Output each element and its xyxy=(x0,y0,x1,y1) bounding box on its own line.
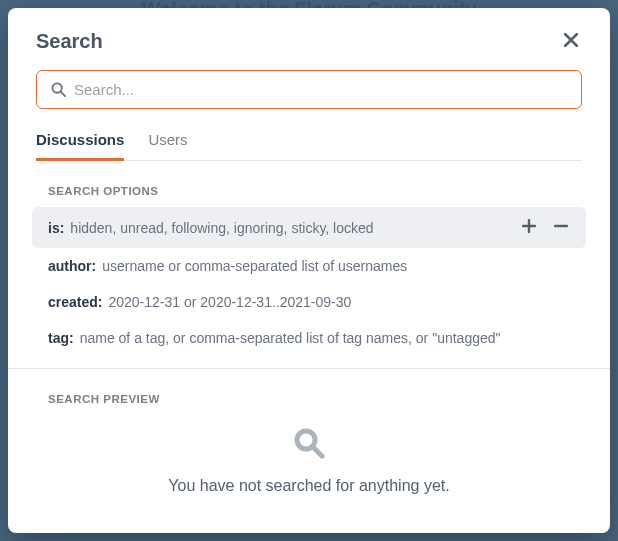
search-options-heading: SEARCH OPTIONS xyxy=(8,161,610,207)
plus-icon xyxy=(522,218,536,237)
option-key: is: xyxy=(48,220,64,236)
preview-empty-icon-wrap xyxy=(8,415,610,477)
option-row-author[interactable]: author: username or comma-separated list… xyxy=(32,248,586,284)
search-box[interactable] xyxy=(36,70,582,109)
modal-header: Search xyxy=(8,8,610,70)
search-icon xyxy=(51,82,66,97)
modal-title: Search xyxy=(36,30,103,53)
search-options-list: is: hidden, unread, following, ignoring,… xyxy=(8,207,610,356)
option-row-is[interactable]: is: hidden, unread, following, ignoring,… xyxy=(32,207,586,248)
option-value: hidden, unread, following, ignoring, sti… xyxy=(70,220,516,236)
option-key: created: xyxy=(48,294,102,310)
close-icon xyxy=(564,31,578,51)
option-key: author: xyxy=(48,258,96,274)
option-row-created[interactable]: created: 2020-12-31 or 2020-12-31..2021-… xyxy=(32,284,586,320)
minus-icon xyxy=(554,218,568,237)
search-input-wrap xyxy=(8,70,610,113)
close-button[interactable] xyxy=(560,28,582,54)
option-value: username or comma-separated list of user… xyxy=(102,258,570,274)
search-tabs-wrap: Discussions Users xyxy=(8,113,610,161)
option-row-controls xyxy=(520,217,570,238)
tab-users[interactable]: Users xyxy=(148,131,187,160)
add-option-button[interactable] xyxy=(520,217,538,238)
remove-option-button[interactable] xyxy=(552,217,570,238)
search-preview-heading: SEARCH PREVIEW xyxy=(8,369,610,415)
search-icon xyxy=(293,427,325,463)
option-row-tag[interactable]: tag: name of a tag, or comma-separated l… xyxy=(32,320,586,356)
preview-empty-text: You have not searched for anything yet. xyxy=(8,477,610,495)
search-tabs: Discussions Users xyxy=(36,131,582,161)
search-input[interactable] xyxy=(74,81,567,98)
option-value: name of a tag, or comma-separated list o… xyxy=(80,330,570,346)
svg-line-3 xyxy=(313,447,322,456)
tab-discussions[interactable]: Discussions xyxy=(36,131,124,160)
option-key: tag: xyxy=(48,330,74,346)
option-value: 2020-12-31 or 2020-12-31..2021-09-30 xyxy=(108,294,570,310)
svg-line-1 xyxy=(61,92,65,96)
search-modal: Search Discussions Users SEARCH OPTIONS … xyxy=(8,8,610,533)
search-preview-section: SEARCH PREVIEW You have not searched for… xyxy=(8,369,610,515)
